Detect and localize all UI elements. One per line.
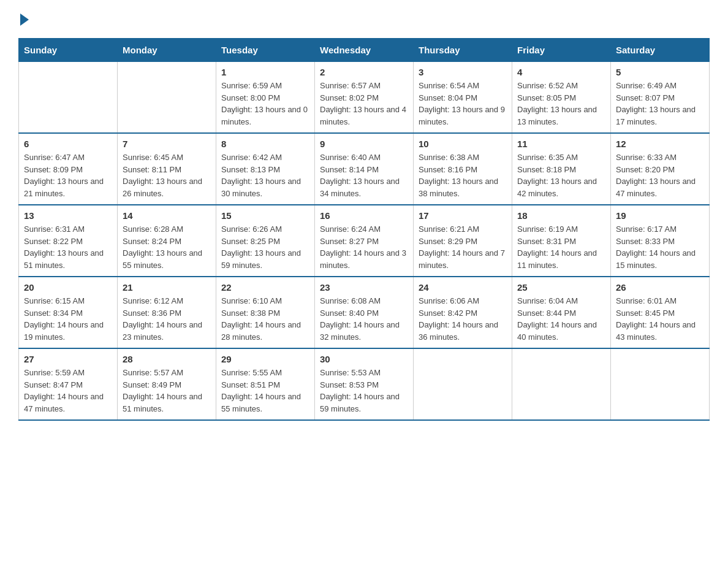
day-number: 6 [24,139,112,149]
calendar-week-row: 1Sunrise: 6:59 AMSunset: 8:00 PMDaylight… [19,62,710,134]
day-info: Sunrise: 6:28 AMSunset: 8:24 PMDaylight:… [123,223,211,271]
calendar-cell: 30Sunrise: 5:53 AMSunset: 8:53 PMDayligh… [315,348,414,420]
calendar-cell: 29Sunrise: 5:55 AMSunset: 8:51 PMDayligh… [216,348,315,420]
calendar-cell [19,62,118,134]
logo [18,12,29,26]
day-number: 24 [419,282,507,293]
day-info: Sunrise: 6:15 AMSunset: 8:34 PMDaylight:… [24,295,112,343]
day-number: 29 [221,354,309,364]
calendar-cell [414,348,512,420]
day-number: 30 [320,354,408,364]
day-info: Sunrise: 6:54 AMSunset: 8:04 PMDaylight:… [419,80,507,128]
day-number: 2 [320,67,408,77]
day-info: Sunrise: 5:55 AMSunset: 8:51 PMDaylight:… [221,367,309,415]
day-info: Sunrise: 6:59 AMSunset: 8:00 PMDaylight:… [221,80,309,128]
day-info: Sunrise: 6:31 AMSunset: 8:22 PMDaylight:… [24,223,112,271]
calendar-cell: 2Sunrise: 6:57 AMSunset: 8:02 PMDaylight… [315,62,414,134]
day-info: Sunrise: 6:24 AMSunset: 8:27 PMDaylight:… [320,223,408,271]
day-info: Sunrise: 6:35 AMSunset: 8:18 PMDaylight:… [517,151,605,199]
day-number: 5 [616,67,704,77]
calendar-cell: 23Sunrise: 6:08 AMSunset: 8:40 PMDayligh… [315,277,414,348]
calendar-cell: 9Sunrise: 6:40 AMSunset: 8:14 PMDaylight… [315,133,414,205]
day-number: 14 [123,210,211,221]
day-info: Sunrise: 6:26 AMSunset: 8:25 PMDaylight:… [221,223,309,271]
day-info: Sunrise: 6:08 AMSunset: 8:40 PMDaylight:… [320,295,408,343]
calendar-cell: 28Sunrise: 5:57 AMSunset: 8:49 PMDayligh… [118,348,216,420]
day-number: 17 [419,210,507,221]
day-number: 18 [517,210,605,221]
day-info: Sunrise: 6:42 AMSunset: 8:13 PMDaylight:… [221,151,309,199]
day-number: 20 [24,282,112,293]
day-info: Sunrise: 6:17 AMSunset: 8:33 PMDaylight:… [616,223,704,271]
day-number: 13 [24,210,112,221]
day-number: 8 [221,139,309,149]
weekday-header-saturday: Saturday [611,39,710,62]
weekday-header-friday: Friday [512,39,611,62]
calendar-table: SundayMondayTuesdayWednesdayThursdayFrid… [18,38,710,421]
calendar-cell [611,348,710,420]
calendar-cell: 14Sunrise: 6:28 AMSunset: 8:24 PMDayligh… [118,205,216,277]
calendar-cell: 19Sunrise: 6:17 AMSunset: 8:33 PMDayligh… [611,205,710,277]
day-number: 21 [123,282,211,293]
calendar-header-row: SundayMondayTuesdayWednesdayThursdayFrid… [19,39,710,62]
day-number: 27 [24,354,112,364]
logo-arrow-icon [20,13,29,26]
calendar-cell: 22Sunrise: 6:10 AMSunset: 8:38 PMDayligh… [216,277,315,348]
day-info: Sunrise: 6:21 AMSunset: 8:29 PMDaylight:… [419,223,507,271]
calendar-cell: 16Sunrise: 6:24 AMSunset: 8:27 PMDayligh… [315,205,414,277]
day-number: 26 [616,282,704,293]
calendar-cell: 3Sunrise: 6:54 AMSunset: 8:04 PMDaylight… [414,62,512,134]
day-info: Sunrise: 6:12 AMSunset: 8:36 PMDaylight:… [123,295,211,343]
day-info: Sunrise: 6:47 AMSunset: 8:09 PMDaylight:… [24,151,112,199]
calendar-cell [512,348,611,420]
calendar-cell: 26Sunrise: 6:01 AMSunset: 8:45 PMDayligh… [611,277,710,348]
calendar-cell: 12Sunrise: 6:33 AMSunset: 8:20 PMDayligh… [611,133,710,205]
day-number: 16 [320,210,408,221]
day-info: Sunrise: 6:06 AMSunset: 8:42 PMDaylight:… [419,295,507,343]
day-info: Sunrise: 6:19 AMSunset: 8:31 PMDaylight:… [517,223,605,271]
day-info: Sunrise: 6:45 AMSunset: 8:11 PMDaylight:… [123,151,211,199]
calendar-cell: 21Sunrise: 6:12 AMSunset: 8:36 PMDayligh… [118,277,216,348]
day-number: 22 [221,282,309,293]
weekday-header-thursday: Thursday [414,39,512,62]
calendar-cell: 27Sunrise: 5:59 AMSunset: 8:47 PMDayligh… [19,348,118,420]
day-info: Sunrise: 5:59 AMSunset: 8:47 PMDaylight:… [24,367,112,415]
weekday-header-wednesday: Wednesday [315,39,414,62]
calendar-cell: 11Sunrise: 6:35 AMSunset: 8:18 PMDayligh… [512,133,611,205]
calendar-week-row: 20Sunrise: 6:15 AMSunset: 8:34 PMDayligh… [19,277,710,348]
day-number: 15 [221,210,309,221]
calendar-cell: 20Sunrise: 6:15 AMSunset: 8:34 PMDayligh… [19,277,118,348]
day-number: 19 [616,210,704,221]
day-number: 10 [419,139,507,149]
day-info: Sunrise: 6:40 AMSunset: 8:14 PMDaylight:… [320,151,408,199]
calendar-cell: 25Sunrise: 6:04 AMSunset: 8:44 PMDayligh… [512,277,611,348]
calendar-cell: 18Sunrise: 6:19 AMSunset: 8:31 PMDayligh… [512,205,611,277]
day-number: 23 [320,282,408,293]
day-number: 25 [517,282,605,293]
calendar-week-row: 6Sunrise: 6:47 AMSunset: 8:09 PMDaylight… [19,133,710,205]
day-info: Sunrise: 5:57 AMSunset: 8:49 PMDaylight:… [123,367,211,415]
day-info: Sunrise: 5:53 AMSunset: 8:53 PMDaylight:… [320,367,408,415]
day-info: Sunrise: 6:38 AMSunset: 8:16 PMDaylight:… [419,151,507,199]
day-number: 12 [616,139,704,149]
calendar-cell: 5Sunrise: 6:49 AMSunset: 8:07 PMDaylight… [611,62,710,134]
day-info: Sunrise: 6:52 AMSunset: 8:05 PMDaylight:… [517,80,605,128]
calendar-cell: 7Sunrise: 6:45 AMSunset: 8:11 PMDaylight… [118,133,216,205]
calendar-week-row: 27Sunrise: 5:59 AMSunset: 8:47 PMDayligh… [19,348,710,420]
day-number: 3 [419,67,507,77]
day-number: 4 [517,67,605,77]
calendar-week-row: 13Sunrise: 6:31 AMSunset: 8:22 PMDayligh… [19,205,710,277]
weekday-header-monday: Monday [118,39,216,62]
calendar-cell: 6Sunrise: 6:47 AMSunset: 8:09 PMDaylight… [19,133,118,205]
calendar-cell: 1Sunrise: 6:59 AMSunset: 8:00 PMDaylight… [216,62,315,134]
day-number: 28 [123,354,211,364]
weekday-header-sunday: Sunday [19,39,118,62]
day-info: Sunrise: 6:01 AMSunset: 8:45 PMDaylight:… [616,295,704,343]
calendar-cell: 4Sunrise: 6:52 AMSunset: 8:05 PMDaylight… [512,62,611,134]
calendar-cell: 15Sunrise: 6:26 AMSunset: 8:25 PMDayligh… [216,205,315,277]
day-number: 1 [221,67,309,77]
day-number: 9 [320,139,408,149]
calendar-cell [118,62,216,134]
day-info: Sunrise: 6:04 AMSunset: 8:44 PMDaylight:… [517,295,605,343]
weekday-header-tuesday: Tuesday [216,39,315,62]
